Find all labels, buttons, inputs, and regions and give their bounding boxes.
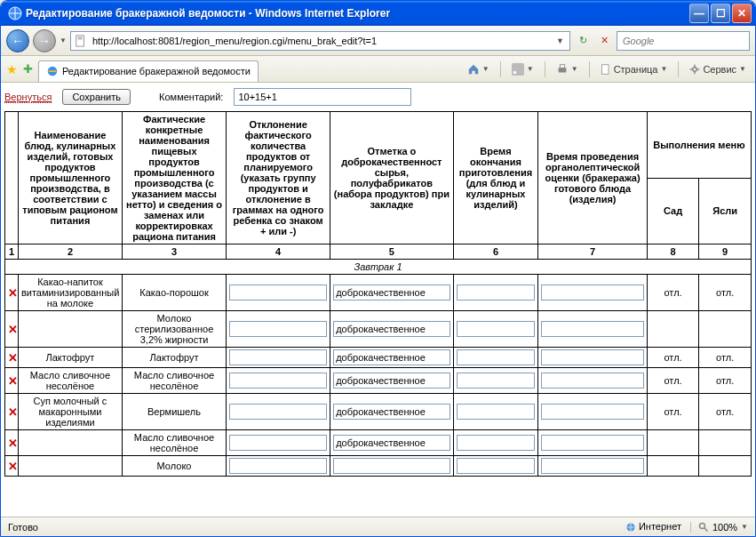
- time-check-input[interactable]: [541, 458, 643, 474]
- svg-rect-9: [558, 68, 566, 72]
- time-end-input[interactable]: [457, 435, 536, 451]
- cell-dish: Какао-напиток витаминизированный на моло…: [18, 275, 122, 311]
- page-icon: [75, 35, 87, 47]
- delete-row-button[interactable]: ✕: [8, 437, 18, 450]
- quality-input[interactable]: [333, 435, 450, 451]
- search-box[interactable]: [617, 31, 750, 51]
- svg-rect-3: [77, 38, 82, 39]
- gear-icon: [689, 64, 700, 75]
- data-table: Наименование блюд, кулинарных изделий, г…: [4, 111, 752, 477]
- cell-dish: Суп молочный с макаронными изделиями: [18, 394, 122, 430]
- window-buttons: — ☐ ✕: [689, 4, 752, 23]
- cell-sad: [647, 311, 699, 348]
- cell-dish: Лактофрут: [18, 348, 122, 368]
- deviation-input[interactable]: [229, 321, 327, 337]
- quality-input[interactable]: [333, 321, 450, 337]
- table-row: ✕Молоко стерилизованное 3,2% жирности: [5, 311, 752, 348]
- time-check-input[interactable]: [541, 321, 643, 337]
- url-dropdown[interactable]: ▼: [554, 36, 566, 45]
- stop-button[interactable]: ✕: [595, 32, 613, 50]
- deviation-input[interactable]: [229, 373, 327, 389]
- cell-yasli: [699, 311, 752, 348]
- titlebar: Редактирование бракеражной ведомости - W…: [1, 1, 755, 26]
- table-row: ✕Масло сливочное несолёное: [5, 430, 752, 456]
- page-menu[interactable]: Страница▼: [597, 62, 672, 76]
- cell-yasli: отл.: [699, 394, 752, 430]
- table-row: ✕Суп молочный с макаронными изделиямиВер…: [5, 394, 752, 430]
- time-check-input[interactable]: [541, 285, 643, 301]
- time-end-input[interactable]: [457, 349, 536, 365]
- save-button[interactable]: Сохранить: [62, 89, 131, 105]
- time-check-input[interactable]: [541, 404, 643, 420]
- address-bar[interactable]: ▼: [70, 31, 570, 51]
- time-end-input[interactable]: [457, 458, 536, 474]
- close-button[interactable]: ✕: [732, 4, 752, 23]
- favorites-icon[interactable]: ★: [6, 62, 18, 76]
- comment-label: Комментарий:: [159, 92, 223, 102]
- delete-row-button[interactable]: ✕: [8, 323, 18, 336]
- cell-product: Вермишель: [122, 394, 226, 430]
- quality-input[interactable]: [333, 349, 450, 365]
- zoom-control[interactable]: 100% ▼: [690, 522, 748, 533]
- cell-sad: отл.: [647, 394, 699, 430]
- rss-icon: [512, 63, 524, 76]
- delete-row-button[interactable]: ✕: [8, 374, 18, 388]
- time-check-input[interactable]: [541, 435, 643, 451]
- delete-row-button[interactable]: ✕: [8, 405, 18, 419]
- col-yasli: Ясли: [699, 178, 752, 244]
- cell-yasli: [699, 456, 752, 477]
- print-button[interactable]: ▼: [553, 61, 582, 77]
- refresh-button[interactable]: ↻: [574, 32, 592, 50]
- deviation-input[interactable]: [229, 349, 327, 365]
- deviation-input[interactable]: [229, 285, 327, 301]
- forward-button[interactable]: →: [33, 29, 56, 52]
- back-button[interactable]: ←: [6, 29, 29, 52]
- maximize-button[interactable]: ☐: [711, 4, 730, 23]
- minimize-button[interactable]: —: [689, 4, 709, 23]
- cell-yasli: отл.: [699, 368, 752, 394]
- nav-history-dropdown[interactable]: ▼: [60, 36, 67, 44]
- window-title: Редактирование бракеражной ведомости - W…: [26, 7, 689, 20]
- deviation-input[interactable]: [229, 435, 327, 451]
- home-button[interactable]: ▼: [464, 61, 493, 77]
- quality-input[interactable]: [333, 458, 450, 474]
- add-favorite-icon[interactable]: ✚: [23, 62, 33, 76]
- delete-row-button[interactable]: ✕: [8, 460, 18, 473]
- table-row: ✕Масло сливочное несолёноеМасло сливочно…: [5, 368, 752, 394]
- time-end-input[interactable]: [457, 285, 536, 301]
- col-sad: Сад: [647, 178, 699, 244]
- back-link[interactable]: Вернуться: [4, 92, 52, 103]
- delete-row-button[interactable]: ✕: [8, 351, 18, 365]
- status-text: Готово: [8, 522, 38, 533]
- deviation-input[interactable]: [229, 458, 327, 474]
- comment-input[interactable]: [234, 88, 411, 106]
- quality-input[interactable]: [333, 373, 450, 389]
- time-end-input[interactable]: [457, 404, 536, 420]
- quality-input[interactable]: [333, 404, 450, 420]
- print-icon: [556, 63, 569, 76]
- time-check-input[interactable]: [541, 349, 643, 365]
- svg-line-15: [704, 527, 708, 531]
- url-input[interactable]: [91, 33, 551, 49]
- time-check-input[interactable]: [541, 373, 643, 389]
- page-menu-icon: [601, 64, 611, 75]
- col-deviation: Отклонение фактического количества проду…: [227, 112, 330, 244]
- time-end-input[interactable]: [457, 373, 536, 389]
- delete-row-button[interactable]: ✕: [8, 286, 18, 300]
- svg-point-14: [699, 523, 704, 528]
- cell-yasli: [699, 430, 752, 456]
- cell-product: Молоко стерилизованное 3,2% жирности: [122, 311, 226, 348]
- tools-menu[interactable]: Сервис▼: [686, 62, 750, 76]
- quality-input[interactable]: [333, 285, 450, 301]
- deviation-input[interactable]: [229, 404, 327, 420]
- globe-icon: [625, 522, 636, 533]
- active-tab[interactable]: Редактирование бракеражной ведомости: [38, 60, 259, 82]
- cell-yasli: отл.: [699, 348, 752, 368]
- time-end-input[interactable]: [457, 321, 536, 337]
- cell-product: Масло сливочное несолёное: [122, 430, 226, 456]
- feeds-button[interactable]: ▼: [508, 61, 537, 77]
- search-input[interactable]: [621, 35, 748, 47]
- zoom-icon: [698, 522, 709, 533]
- cell-sad: [647, 456, 699, 477]
- cell-product: Молоко: [122, 456, 226, 477]
